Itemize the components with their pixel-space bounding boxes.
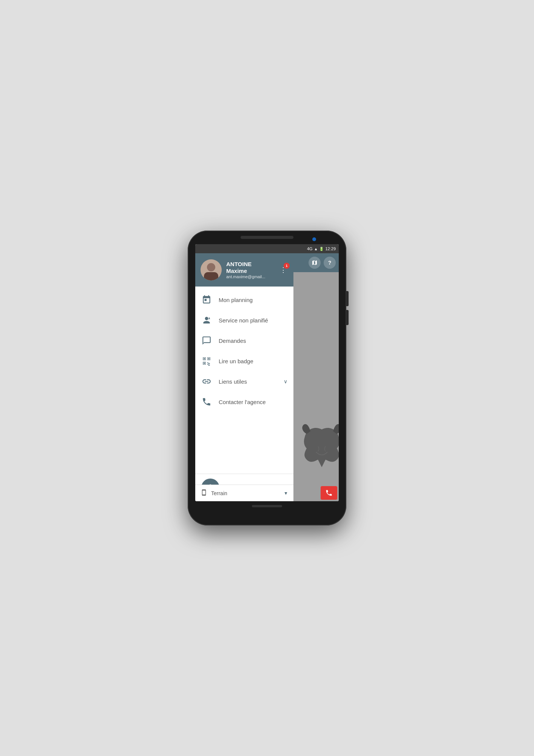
vol-down-button[interactable] [346, 310, 349, 325]
user-email: ant.maxime@gmail... [226, 274, 274, 279]
status-bar: 4G ▲ 🔋 12:29 [195, 244, 339, 253]
calendar-icon [201, 295, 212, 305]
screen-content: ? [195, 253, 339, 501]
map-icon-btn[interactable] [309, 257, 321, 269]
user-info: ANTOINE Maxime ant.maxime@gmail... [226, 261, 274, 279]
service-label: Service non planifié [219, 317, 287, 324]
notification-badge: 1 [284, 263, 290, 269]
menu-item-liens[interactable]: Liens utiles ∨ [195, 371, 293, 392]
drawer-menu: Mon planning Service non planifié [195, 287, 293, 474]
contact-label: Contacter l'agence [219, 399, 287, 405]
phone-screen: 4G ▲ 🔋 12:29 ? [195, 244, 339, 501]
planning-label: Mon planning [219, 297, 287, 303]
signal-bars-icon: ▲ [314, 247, 318, 251]
bottom-speaker [252, 505, 282, 507]
red-phone-button[interactable] [321, 486, 337, 500]
user-name: ANTOINE Maxime [226, 261, 274, 274]
mode-selector[interactable]: Terrain ▼ [195, 485, 293, 501]
menu-item-planning[interactable]: Mon planning [195, 290, 293, 310]
time-display: 12:29 [325, 246, 336, 251]
phone-mode-icon [201, 489, 207, 497]
svg-point-0 [208, 318, 210, 319]
battery-icon: 🔋 [319, 247, 324, 251]
badge-label: Lire un badge [219, 358, 287, 364]
phone-icon [201, 397, 212, 407]
liens-chevron-icon: ∨ [284, 378, 287, 384]
menu-item-demandes[interactable]: Demandes [195, 330, 293, 351]
mode-chevron-icon: ▼ [284, 491, 288, 496]
qr-icon [201, 356, 212, 366]
drawer-header: ANTOINE Maxime ant.maxime@gmail... ⋮ 1 [195, 253, 293, 287]
menu-item-badge[interactable]: Lire un badge [195, 351, 293, 371]
vol-up-button[interactable] [346, 291, 349, 306]
user-avatar [201, 259, 222, 280]
liens-label: Liens utiles [219, 378, 277, 385]
link-icon [201, 376, 212, 386]
more-options-button[interactable]: ⋮ 1 [278, 264, 288, 276]
menu-item-contact[interactable]: Contacter l'agence [195, 392, 293, 412]
phone-frame: 4G ▲ 🔋 12:29 ? [188, 231, 346, 525]
signal-text: 4G [307, 246, 313, 251]
help-icon-btn[interactable]: ? [324, 257, 336, 269]
menu-item-service[interactable]: Service non planifié [195, 310, 293, 330]
background-app: ? [293, 253, 339, 501]
camera [312, 237, 316, 241]
demandes-label: Demandes [219, 338, 287, 344]
navigation-drawer: ANTOINE Maxime ant.maxime@gmail... ⋮ 1 [195, 253, 293, 501]
top-speaker [241, 236, 293, 239]
bg-toolbar: ? [293, 253, 339, 272]
service-icon [201, 315, 212, 325]
wolf-silhouette [297, 422, 339, 482]
mode-label: Terrain [211, 490, 280, 496]
chat-icon [201, 336, 212, 345]
